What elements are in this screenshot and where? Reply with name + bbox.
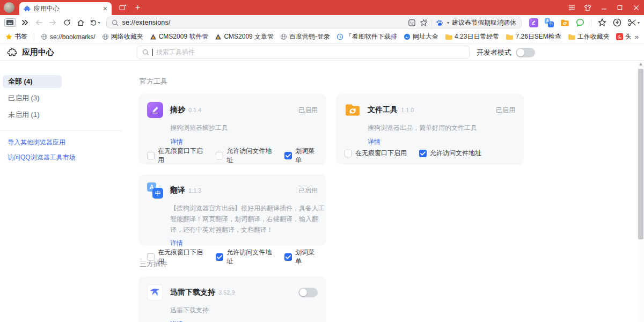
tab-preview-icon[interactable]	[119, 4, 127, 11]
cms-icon	[215, 33, 222, 40]
detail-link[interactable]: 详情	[170, 239, 318, 248]
extension-description: 搜狗浏览器出品，简单好用的文件工具	[368, 123, 528, 134]
sidebar-link-1[interactable]: 访问QQ浏览器工具市场	[8, 153, 129, 162]
tab-close-icon[interactable]: ×	[103, 5, 107, 12]
reader-mode-icon[interactable]	[408, 19, 416, 27]
checkbox-icon[interactable]	[147, 152, 155, 159]
download-icon[interactable]	[613, 18, 621, 27]
detail-link[interactable]: 详情	[368, 137, 515, 147]
tab-app-center[interactable]: 应用中心 ×	[19, 2, 112, 15]
sidebar: 全部 (4)已启用 (3)未启用 (1)导入其他浏览器应用访问QQ浏览器工具市场	[0, 61, 129, 322]
checkbox-icon[interactable]	[216, 152, 223, 159]
option-checkbox[interactable]: 允许访问文件地址	[216, 147, 272, 165]
favorites-star-icon[interactable]	[598, 18, 606, 27]
user-avatar[interactable]	[4, 2, 14, 13]
option-checkbox[interactable]: 允许访问文件地址	[419, 149, 481, 158]
file-folder-icon[interactable]	[560, 19, 569, 27]
main-content: 官方工具摘抄0.1.4已启用搜狗浏览器摘抄工具详情在无痕窗口下启用允许访问文件地…	[129, 61, 644, 322]
recently-closed-icon[interactable]: ▾	[89, 17, 101, 28]
option-checkbox[interactable]: 划词菜单	[284, 147, 318, 165]
bookmark-star-icon[interactable]	[420, 19, 428, 27]
option-checkbox[interactable]: 允许访问文件地址	[216, 248, 272, 266]
skin-icon[interactable]	[580, 0, 596, 15]
clock-blue-icon	[336, 33, 343, 40]
detail-link[interactable]: 详情	[170, 137, 318, 147]
sidebar-filter-0[interactable]: 全部 (4)	[3, 75, 62, 88]
expand-toolbar-icon[interactable]	[19, 17, 31, 28]
divider	[34, 33, 34, 41]
bookmark-item[interactable]: 7.26日SEM检查	[506, 32, 561, 41]
bookmark-item[interactable]: CMS2009 软件管	[150, 32, 209, 41]
maximize-icon[interactable]	[612, 0, 628, 15]
close-icon[interactable]	[628, 0, 644, 15]
extension-version: 0.1.4	[188, 107, 201, 113]
hot-search[interactable]: ▾ 建议春节假期取消调休	[436, 18, 516, 27]
scrollbar[interactable]	[637, 61, 644, 322]
divider	[431, 19, 432, 27]
bookmark-item[interactable]: 工作收藏夹	[568, 32, 610, 41]
checkbox-icon[interactable]	[345, 150, 352, 157]
url-text[interactable]: se://extensions/	[122, 19, 404, 26]
checkbox-icon[interactable]	[216, 253, 223, 261]
checkbox-icon[interactable]	[284, 152, 292, 159]
sidebar-filter-1[interactable]: 已启用 (3)	[3, 92, 62, 105]
extension-enable-toggle[interactable]	[298, 288, 318, 297]
card-grid: 摘抄0.1.4已启用搜狗浏览器摘抄工具详情在无痕窗口下启用允许访问文件地址划词菜…	[138, 94, 536, 245]
reload-icon[interactable]	[61, 17, 73, 28]
bookmark-item[interactable]: 「看图软件下载排	[336, 32, 397, 41]
bookmark-item[interactable]: 百度营销-登录	[280, 32, 330, 41]
bookmark-item[interactable]: 4.23日日常经常	[445, 32, 499, 41]
puzzle-icon	[24, 5, 31, 12]
sidebar-link-0[interactable]: 导入其他浏览器应用	[8, 138, 129, 147]
address-bar[interactable]: se://extensions/ ▾ 建议春节假期取消调休	[106, 17, 522, 28]
search-input[interactable]: 搜索工具插件	[137, 46, 470, 59]
checkbox-icon[interactable]	[284, 253, 292, 261]
globe-icon	[41, 33, 48, 40]
bookmarks-overflow-icon[interactable]: »	[631, 30, 644, 43]
hot-search-text[interactable]: 建议春节假期取消调休	[452, 18, 516, 27]
text-cursor	[152, 49, 153, 56]
option-row: 在无痕窗口下启用允许访问文件地址划词菜单	[147, 248, 318, 266]
bookmark-item[interactable]: 书签	[5, 32, 27, 41]
developer-mode-toggle[interactable]	[516, 48, 535, 57]
chevron-down-icon: ▾	[447, 20, 449, 25]
side-panel-icon[interactable]	[4, 17, 17, 28]
menu-icon[interactable]	[564, 0, 580, 15]
scrollbar-thumb[interactable]	[638, 69, 643, 239]
home-icon[interactable]	[75, 17, 87, 28]
minimize-icon[interactable]	[596, 0, 612, 15]
option-checkbox[interactable]: 在无痕窗口下启用	[345, 149, 407, 158]
bookmark-item[interactable]: se://bookmarks/	[41, 33, 96, 41]
file-tool-app-icon	[345, 102, 361, 118]
forward-icon[interactable]	[47, 17, 59, 28]
browser-window: 应用中心 × +	[0, 0, 644, 322]
green-bubble-icon[interactable]	[576, 18, 584, 27]
back-icon[interactable]	[33, 17, 45, 28]
folder-icon	[568, 34, 575, 40]
excerpt-pen-icon[interactable]	[529, 18, 538, 27]
extension-description: 迅雷下载支持	[170, 305, 330, 316]
extension-version: 1.1.3	[188, 187, 201, 194]
translate-icon[interactable]: A 中	[545, 18, 554, 27]
status-badge: 已启用	[298, 106, 318, 115]
extension-card: 文件工具1.1.0已启用搜狗浏览器出品，简单好用的文件工具详情在无痕窗口下启用允…	[336, 94, 524, 165]
screenshot-scissors-icon[interactable]: ▾	[628, 19, 640, 26]
globe-icon	[102, 33, 109, 40]
option-checkbox[interactable]: 在无痕窗口下启用	[147, 147, 203, 165]
search-icon	[142, 49, 149, 56]
extension-name: 摘抄	[170, 105, 185, 115]
option-checkbox[interactable]: 划词菜单	[284, 248, 318, 266]
toutiao-icon: 头	[616, 33, 623, 40]
bookmark-item[interactable]: 网址大全	[404, 32, 438, 41]
bookmarks-bar: 书签se://bookmarks/网络收藏夹CMS2009 软件管CMS2009…	[0, 30, 644, 44]
new-tab-button[interactable]: +	[135, 3, 140, 12]
extension-description: 【搜狗浏览器官方出品】很好用的翻译插件，具备人工智能翻译！网页翻译，划词翻译，右…	[170, 203, 330, 235]
scrollbar-up-icon[interactable]	[637, 61, 644, 68]
detail-link[interactable]: 详情	[170, 320, 318, 322]
option-row: 在无痕窗口下启用允许访问文件地址	[345, 149, 515, 158]
bookmark-item[interactable]: CMS2009 文章管	[215, 32, 274, 41]
checkbox-icon[interactable]	[419, 150, 427, 157]
option-row: 在无痕窗口下启用允许访问文件地址划词菜单	[147, 147, 318, 165]
sidebar-filter-2[interactable]: 未启用 (1)	[3, 108, 62, 121]
bookmark-item[interactable]: 网络收藏夹	[102, 32, 143, 41]
